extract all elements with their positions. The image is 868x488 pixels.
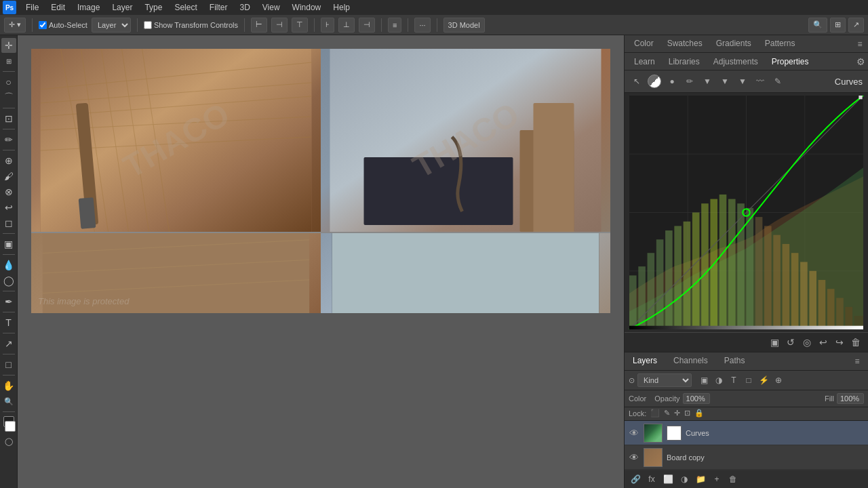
tab-patterns[interactable]: Patterns [758,36,802,52]
distribute-btn[interactable]: ≡ [388,18,401,33]
properties-gear-icon[interactable]: ⚙ [856,56,865,67]
more-options-btn[interactable]: ··· [414,18,430,33]
path-tool[interactable]: ↗ [1,336,16,351]
workspace-btn[interactable]: ⊞ [830,18,846,33]
zoom-tool[interactable]: 🔍 [1,394,16,409]
tab-learn[interactable]: Learn [627,54,662,69]
menu-view[interactable]: View [257,1,285,14]
clone-tool[interactable]: ⊗ [1,184,16,199]
history-tool[interactable]: ↩ [1,200,16,215]
lasso-tool[interactable]: ⌒ [1,90,16,105]
tab-channels[interactable]: Channels [665,352,716,370]
eyedropper-tool[interactable]: ✏ [1,132,16,147]
align-right-btn[interactable]: ⊤ [292,18,308,33]
curves-delete-btn[interactable]: 🗑 [849,336,863,349]
layer-mask-btn[interactable]: ⬜ [661,472,675,486]
curves-select-point-tool[interactable]: ● [665,75,679,88]
layer-visibility-curves[interactable]: 👁 [629,428,639,439]
menu-image[interactable]: Image [72,1,105,14]
lock-position-icon[interactable]: ✛ [674,409,680,418]
dodge-tool[interactable]: ◯ [1,273,16,288]
curves-light-sample[interactable]: ▼ [736,75,749,88]
brush-tool[interactable]: 🖌 [1,169,16,184]
fill-value[interactable]: 100% [837,393,864,404]
curves-thumbnail-btn[interactable]: ▣ [768,336,781,349]
tab-color[interactable]: Color [627,36,660,52]
background-color-swatch[interactable] [5,421,16,432]
curves-svg[interactable] [627,96,865,329]
menu-type[interactable]: Type [139,1,167,14]
show-transform-checkbox[interactable] [144,21,152,29]
lock-all-icon[interactable]: 🔒 [694,409,704,418]
curves-undo-btn[interactable]: ↩ [816,336,830,349]
curves-wave-tool[interactable]: 〰 [753,75,767,88]
crop-tool[interactable]: ⊡ [1,111,16,126]
share-btn[interactable]: ↗ [848,18,864,33]
curves-on-image-tool[interactable]: ✏ [683,75,696,88]
opacity-value[interactable]: 100% [683,393,710,404]
align-left-btn[interactable]: ⊢ [251,18,267,33]
menu-select[interactable]: Select [169,1,202,14]
layer-adjustment-btn[interactable]: ◑ [677,472,691,486]
tab-properties[interactable]: Properties [765,54,816,69]
shape-tool[interactable]: □ [1,357,16,372]
layer-select[interactable]: Layer [92,18,131,33]
auto-select-checkbox[interactable] [39,21,47,29]
layer-delete-btn[interactable]: 🗑 [726,472,740,486]
curves-mid-sample[interactable]: ▼ [718,75,732,88]
gradient-tool[interactable]: ▣ [1,237,16,251]
align-center-h-btn[interactable]: ⊣ [271,18,288,33]
layer-item-curves[interactable]: 👁 Curves [625,421,868,445]
filter-type-btn[interactable]: T [727,373,741,387]
curves-refresh-btn[interactable]: ↺ [784,336,797,349]
tab-gradients[interactable]: Gradients [709,36,758,52]
3d-mode-btn[interactable]: 3D Model [443,18,485,33]
curves-graph[interactable] [627,96,865,329]
align-bottom-btn[interactable]: ⊣ [359,18,375,33]
curves-back-icon[interactable]: ↖ [630,75,644,88]
layer-item-board[interactable]: 👁 Board copy [625,445,868,470]
lock-image-icon[interactable]: ✎ [664,409,670,418]
tab-libraries[interactable]: Libraries [662,54,707,69]
quick-mask-tool[interactable]: ◯ [1,434,16,449]
filter-more-btn[interactable]: ⊕ [772,373,785,387]
filter-pixel-btn[interactable]: ▣ [697,373,711,387]
eraser-tool[interactable]: ◻ [1,216,16,230]
type-tool[interactable]: T [1,315,16,330]
panel-menu-icon[interactable]: ≡ [854,39,865,49]
move-tool-option[interactable]: ✛ ▾ [4,18,26,33]
hand-tool[interactable]: ✋ [1,378,16,393]
blur-tool[interactable]: 💧 [1,258,16,272]
menu-file[interactable]: File [20,1,44,14]
menu-help[interactable]: Help [328,1,355,14]
align-top-btn[interactable]: ⊦ [321,18,334,33]
filter-adjustment-btn[interactable]: ◑ [712,373,726,387]
menu-filter[interactable]: Filter [204,1,233,14]
layer-new-btn[interactable]: + [710,472,724,486]
curves-toggle-visibility-btn[interactable]: ◎ [800,336,814,349]
layer-visibility-board[interactable]: 👁 [629,452,639,463]
curves-dark-sample[interactable]: ▼ [701,75,714,88]
healing-tool[interactable]: ⊕ [1,153,16,168]
auto-select-check[interactable]: Auto-Select [39,21,87,29]
layers-panel-menu[interactable]: ≡ [850,354,864,368]
filter-smart-btn[interactable]: ⚡ [757,373,770,387]
move-tool[interactable]: ✛ [1,38,16,53]
layer-link-btn[interactable]: 🔗 [629,472,642,486]
tab-paths[interactable]: Paths [716,352,753,370]
tab-adjustments[interactable]: Adjustments [707,54,765,69]
menu-window[interactable]: Window [287,1,327,14]
menu-3d[interactable]: 3D [234,1,255,14]
curves-redo-btn[interactable]: ↪ [833,336,846,349]
menu-layer[interactable]: Layer [106,1,138,14]
filter-shape-btn[interactable]: □ [742,373,755,387]
search-btn[interactable]: 🔍 [808,18,827,33]
pen-tool[interactable]: ✒ [1,294,16,309]
align-middle-btn[interactable]: ⊥ [338,18,355,33]
menu-edit[interactable]: Edit [45,1,71,14]
curves-pencil-tool[interactable]: ✎ [771,75,785,88]
show-transform-check[interactable]: Show Transform Controls [144,21,238,29]
tab-layers[interactable]: Layers [625,352,665,370]
lock-transparent-icon[interactable]: ⬛ [650,409,660,418]
layer-style-btn[interactable]: fx [645,472,658,486]
